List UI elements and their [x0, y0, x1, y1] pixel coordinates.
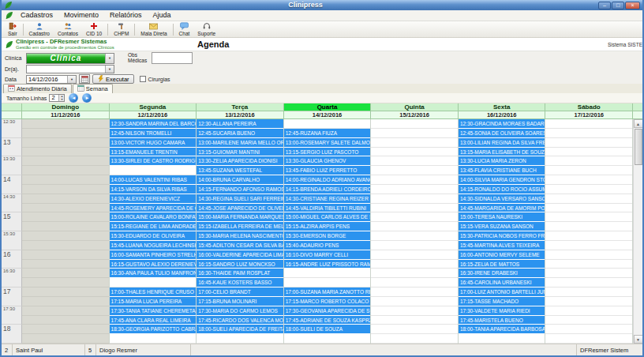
day-header-terca[interactable]: Terça	[197, 103, 284, 111]
appointment[interactable]: 16:30-ANA PAULA TULIO MANFRON	[110, 269, 197, 278]
empty-slot[interactable]	[545, 148, 632, 157]
toolbar-chat[interactable]: Chat	[175, 21, 194, 37]
appointment[interactable]: 13:45-FLAVIA CRISTIANE BUCH	[459, 166, 545, 175]
appointment[interactable]: 12:45-NILSON TROMELLI	[110, 129, 197, 138]
appointment[interactable]: 13:45-FABIO LUIZ PERRETTO	[284, 166, 371, 175]
close-button[interactable]: ×	[625, 2, 640, 9]
empty-slot[interactable]	[371, 166, 458, 175]
empty-slot[interactable]	[371, 241, 458, 250]
appointment[interactable]: 15:00-TERESA NAURESKI	[459, 212, 545, 222]
empty-slot[interactable]	[284, 334, 371, 344]
empty-slot[interactable]	[371, 287, 458, 297]
tab-semana[interactable]: Semana	[73, 84, 113, 93]
appointment[interactable]: 12:30-ALLANA PEREIRA	[197, 119, 283, 129]
appointment[interactable]: 14:30-SIDNALDA VERSARO SANSON	[459, 194, 545, 204]
appointment[interactable]: 18:00-TANIA APARECIDA BARBOSA RIBEIRO	[459, 325, 545, 334]
empty-slot[interactable]	[22, 287, 109, 297]
appointment[interactable]: 13:15-GUIOMAR MANTINI	[197, 148, 283, 157]
appointment[interactable]: 14:15-BRENDA ADRIELI CORDEIRO DE MELO	[284, 185, 371, 194]
appointment[interactable]: 17:15-TASSE MACHADO	[459, 297, 545, 306]
empty-slot[interactable]	[459, 334, 545, 344]
empty-slot[interactable]	[110, 334, 197, 344]
appointment[interactable]: 13:00-ROSEMARY SALETE DALMOLIN	[284, 138, 371, 148]
empty-slot[interactable]	[545, 260, 632, 269]
toolbar-sair[interactable]: Sair	[4, 21, 21, 37]
empty-slot[interactable]	[545, 269, 632, 278]
appointment[interactable]: 15:30-EMERSON BORGE	[284, 231, 371, 241]
appointment[interactable]: 15:45-MARTINA ALVES TEIXEIRA	[459, 241, 545, 250]
obs-medicas-box[interactable]	[152, 52, 193, 64]
maximize-button[interactable]: □	[612, 2, 624, 9]
toolbar-suporte[interactable]: Suporte	[193, 21, 219, 37]
scrollbar-thumb[interactable]	[635, 129, 642, 165]
appointment[interactable]: 17:15-BRUNA MOLINARI	[197, 297, 283, 306]
appointment[interactable]: 13:00-VICTOR HUGO CAMARA	[110, 138, 197, 148]
empty-slot[interactable]	[22, 297, 109, 306]
empty-slot[interactable]	[371, 316, 458, 325]
empty-slot[interactable]	[284, 269, 371, 278]
empty-slot[interactable]	[371, 212, 458, 222]
appointment[interactable]: 14:45-VALDIRIA TIBILETTI RUBINI	[284, 204, 371, 213]
empty-slot[interactable]	[545, 166, 632, 175]
empty-slot[interactable]	[22, 148, 109, 157]
vertical-scrollbar[interactable]: ▲ ▼	[633, 119, 642, 344]
appointment[interactable]: 17:00-CELIO BRANDT	[197, 287, 283, 297]
empty-slot[interactable]	[284, 119, 371, 129]
empty-slot[interactable]	[371, 204, 458, 213]
empty-slot[interactable]	[371, 138, 458, 148]
empty-slot[interactable]	[371, 175, 458, 185]
appointment[interactable]: 17:30-MARIA DO CARMO LEMOS	[197, 306, 283, 316]
appointment[interactable]: 15:15-ALZIRA ARPIS PENS	[284, 222, 371, 231]
empty-slot[interactable]	[545, 129, 632, 138]
date-input[interactable]: 14/12/2016 ▼	[26, 75, 77, 84]
appointment[interactable]: 16:00-ANTONIO MERVY SELEME	[459, 250, 545, 260]
appointment[interactable]: 16:00-VALDERINE APARECIDA LIMA MONORSO	[197, 250, 283, 260]
chevron-down-icon[interactable]: ▼	[105, 54, 114, 63]
empty-slot[interactable]	[545, 194, 632, 204]
day-header-sabado[interactable]: Sábado	[545, 103, 633, 111]
appointment[interactable]: 16:45-CAROLINA URBANESKI	[459, 278, 545, 287]
empty-slot[interactable]	[545, 250, 632, 260]
empty-slot[interactable]	[22, 129, 109, 138]
day-header-domingo[interactable]: Domingo	[22, 103, 110, 111]
appointment[interactable]: 14:00-REGINALDO ADRIANO AVANCI	[284, 175, 371, 185]
appointment[interactable]: 14:15-VARSON DA SILVA RIBAS	[110, 185, 197, 194]
menu-cadastros[interactable]: Cadastros	[15, 10, 58, 21]
empty-slot[interactable]	[110, 166, 197, 175]
toolbar-mala-direta[interactable]: Mala Direta	[137, 21, 170, 37]
calendar-button[interactable]	[79, 74, 90, 84]
scroll-up-icon[interactable]: ▲	[634, 119, 643, 128]
empty-slot[interactable]	[22, 306, 109, 316]
appointment[interactable]: 15:00-ROLAINE CAVALARO BONFATI	[110, 212, 197, 222]
appointment[interactable]: 14:00-SILVIA MARIA GENDRON STOCCO	[459, 175, 545, 185]
empty-slot[interactable]	[22, 334, 109, 344]
executar-button[interactable]: Executar	[92, 74, 134, 84]
prev-week-button[interactable]: ◄	[69, 93, 78, 103]
tab-atendimento-diaria[interactable]: Atendimento Diária	[3, 84, 72, 93]
empty-slot[interactable]	[545, 297, 632, 306]
empty-slot[interactable]	[22, 278, 109, 287]
appointment[interactable]: 16:15-ZELIA DE MATTOS	[459, 260, 545, 269]
appointment[interactable]: 17:00-THALES HENRIQUE CRUSO	[110, 287, 197, 297]
appointment[interactable]: 13:30-GLAUCIA GHENOV	[284, 156, 371, 166]
minimize-button[interactable]: –	[598, 2, 611, 9]
appointment[interactable]: 18:00-SUELI DE SOUZA	[284, 325, 371, 334]
empty-slot[interactable]	[22, 269, 109, 278]
empty-slot[interactable]	[22, 222, 109, 231]
appointment[interactable]: 15:00-MARIA FERNANDA MARQUES CAGNETTO	[197, 212, 283, 222]
empty-slot[interactable]	[545, 316, 632, 325]
empty-slot[interactable]	[110, 278, 197, 287]
appointment[interactable]: 14:15-FERNANDO AFONSO RAMOS PEREIRA DE	[197, 185, 283, 194]
empty-slot[interactable]	[545, 287, 632, 297]
appointment[interactable]: 15:30-EDUARDO DE OLIVEIRA	[110, 231, 197, 241]
empty-slot[interactable]	[371, 231, 458, 241]
appointment[interactable]: 14:30-ALEXIO DERENIEVICZ	[110, 194, 197, 204]
appointment[interactable]: 15:30-MARIA HELENA NASCIMENTO	[197, 231, 283, 241]
appointment[interactable]: 15:00-MIGUEL CARLOS ALVES DE SOUZA	[284, 212, 371, 222]
empty-slot[interactable]	[22, 316, 109, 325]
empty-slot[interactable]	[545, 175, 632, 185]
day-header-segunda[interactable]: Segunda	[110, 103, 197, 111]
appointment[interactable]: 14:45-MARGARIDA DE AMORIM POLATI	[459, 204, 545, 213]
day-header-quarta[interactable]: Quarta	[284, 103, 372, 111]
cirurgias-checkbox[interactable]	[140, 76, 146, 82]
